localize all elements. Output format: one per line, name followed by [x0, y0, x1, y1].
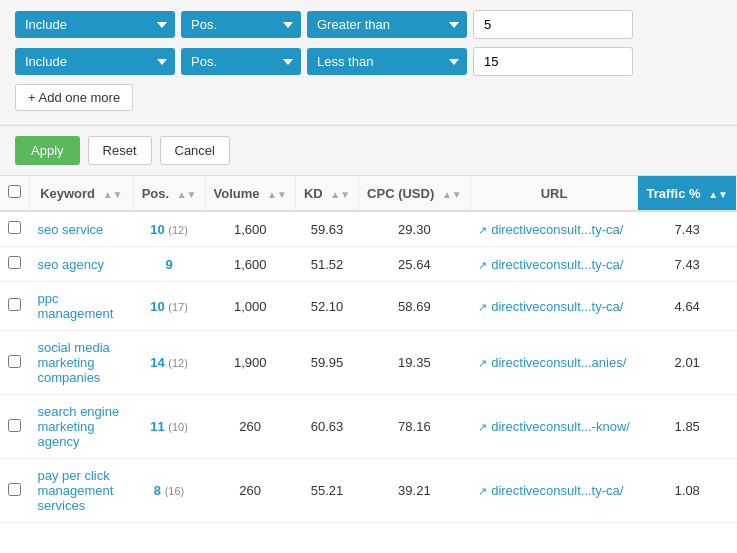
header-pos[interactable]: Pos. ▲▼	[133, 176, 205, 211]
url-cell: ↗directiveconsult...ty-ca/	[470, 211, 638, 247]
include-select-1[interactable]: Include Exclude	[15, 11, 175, 38]
traffic-cell: 2.01	[638, 331, 737, 395]
condition-select-2[interactable]: Greater than Less than Equal to	[307, 48, 467, 75]
header-traffic[interactable]: Traffic % ▲▼	[638, 176, 737, 211]
header-keyword[interactable]: Keyword ▲▼	[30, 176, 134, 211]
row-checkbox-4[interactable]	[8, 419, 21, 432]
keyword-link[interactable]: pay per click management services	[38, 468, 114, 513]
keyword-cell: search engine marketing agency	[30, 395, 134, 459]
url-link[interactable]: directiveconsult...ty-ca/	[491, 257, 623, 272]
filter-row-1: Include Exclude Pos. Volume KD CPC Great…	[15, 10, 722, 39]
pos-main: 14	[150, 355, 164, 370]
url-link[interactable]: directiveconsult...-know/	[491, 419, 630, 434]
url-link[interactable]: directiveconsult...ty-ca/	[491, 483, 623, 498]
pos-cell: 11 (10)	[133, 395, 205, 459]
condition-select-1[interactable]: Greater than Less than Equal to	[307, 11, 467, 38]
keyword-cell: seo agency	[30, 247, 134, 282]
header-kd[interactable]: KD ▲▼	[295, 176, 358, 211]
volume-cell: 1,600	[205, 211, 295, 247]
add-more-row: + Add one more	[15, 84, 722, 111]
pos-main: 11	[150, 419, 164, 434]
cpc-cell: 19.35	[359, 331, 471, 395]
add-more-button[interactable]: + Add one more	[15, 84, 133, 111]
url-link[interactable]: directiveconsult...ty-ca/	[491, 222, 623, 237]
pos-main: 9	[165, 257, 172, 272]
pos-cell: 10 (12)	[133, 211, 205, 247]
kd-cell: 51.52	[295, 247, 358, 282]
pos-secondary: (12)	[168, 224, 188, 236]
keyword-link[interactable]: social media marketing companies	[38, 340, 110, 385]
volume-cell: 260	[205, 395, 295, 459]
action-row: Apply Reset Cancel	[0, 126, 737, 176]
results-table-container: Keyword ▲▼ Pos. ▲▼ Volume ▲▼ KD ▲▼ CPC (…	[0, 176, 737, 523]
value-input-1[interactable]	[473, 10, 633, 39]
cancel-button[interactable]: Cancel	[160, 136, 230, 165]
kd-cell: 60.63	[295, 395, 358, 459]
pos-cell: 8 (16)	[133, 459, 205, 523]
header-cpc[interactable]: CPC (USD) ▲▼	[359, 176, 471, 211]
sort-arrows-cpc: ▲▼	[442, 189, 462, 200]
traffic-cell: 7.43	[638, 247, 737, 282]
reset-button[interactable]: Reset	[88, 136, 152, 165]
pos-secondary: (17)	[168, 301, 188, 313]
header-url[interactable]: URL	[470, 176, 638, 211]
traffic-cell: 1.08	[638, 459, 737, 523]
keyword-link[interactable]: search engine marketing agency	[38, 404, 120, 449]
row-checkbox-3[interactable]	[8, 355, 21, 368]
keyword-link[interactable]: ppc management	[38, 291, 114, 321]
kd-cell: 59.63	[295, 211, 358, 247]
keyword-cell: seo service	[30, 211, 134, 247]
keyword-cell: social media marketing companies	[30, 331, 134, 395]
cpc-cell: 78.16	[359, 395, 471, 459]
include-select-2[interactable]: Include Exclude	[15, 48, 175, 75]
volume-cell: 1,900	[205, 331, 295, 395]
sort-arrows-traffic: ▲▼	[708, 189, 728, 200]
sort-arrows-keyword: ▲▼	[103, 189, 123, 200]
table-row: search engine marketing agency11 (10)260…	[0, 395, 737, 459]
traffic-cell: 7.43	[638, 211, 737, 247]
url-icon: ↗	[478, 357, 487, 369]
apply-button[interactable]: Apply	[15, 136, 80, 165]
header-checkbox[interactable]	[0, 176, 30, 211]
filter-row-2: Include Exclude Pos. Volume KD CPC Great…	[15, 47, 722, 76]
url-cell: ↗directiveconsult...ty-ca/	[470, 282, 638, 331]
value-input-2[interactable]	[473, 47, 633, 76]
cpc-cell: 58.69	[359, 282, 471, 331]
kd-cell: 59.95	[295, 331, 358, 395]
metric-select-2[interactable]: Pos. Volume KD CPC	[181, 48, 301, 75]
url-icon: ↗	[478, 421, 487, 433]
pos-secondary: (12)	[168, 357, 188, 369]
url-link[interactable]: directiveconsult...anies/	[491, 355, 626, 370]
volume-cell: 1,000	[205, 282, 295, 331]
header-volume[interactable]: Volume ▲▼	[205, 176, 295, 211]
select-all-checkbox[interactable]	[8, 185, 21, 198]
row-checkbox-0[interactable]	[8, 221, 21, 234]
table-row: seo service10 (12)1,60059.6329.30↗direct…	[0, 211, 737, 247]
url-icon: ↗	[478, 224, 487, 236]
pos-main: 8	[154, 483, 161, 498]
traffic-cell: 4.64	[638, 282, 737, 331]
pos-cell: 10 (17)	[133, 282, 205, 331]
keyword-cell: pay per click management services	[30, 459, 134, 523]
pos-secondary: (16)	[165, 485, 185, 497]
cpc-cell: 39.21	[359, 459, 471, 523]
pos-cell: 9	[133, 247, 205, 282]
volume-cell: 260	[205, 459, 295, 523]
row-checkbox-5[interactable]	[8, 483, 21, 496]
keyword-link[interactable]: seo agency	[38, 257, 105, 272]
cpc-cell: 25.64	[359, 247, 471, 282]
table-row: social media marketing companies14 (12)1…	[0, 331, 737, 395]
row-checkbox-1[interactable]	[8, 256, 21, 269]
volume-cell: 1,600	[205, 247, 295, 282]
url-icon: ↗	[478, 485, 487, 497]
url-link[interactable]: directiveconsult...ty-ca/	[491, 299, 623, 314]
url-cell: ↗directiveconsult...ty-ca/	[470, 459, 638, 523]
keyword-link[interactable]: seo service	[38, 222, 104, 237]
sort-arrows-pos: ▲▼	[177, 189, 197, 200]
keyword-cell: ppc management	[30, 282, 134, 331]
filter-section: Include Exclude Pos. Volume KD CPC Great…	[0, 0, 737, 126]
traffic-cell: 1.85	[638, 395, 737, 459]
sort-arrows-kd: ▲▼	[330, 189, 350, 200]
row-checkbox-2[interactable]	[8, 298, 21, 311]
metric-select-1[interactable]: Pos. Volume KD CPC	[181, 11, 301, 38]
